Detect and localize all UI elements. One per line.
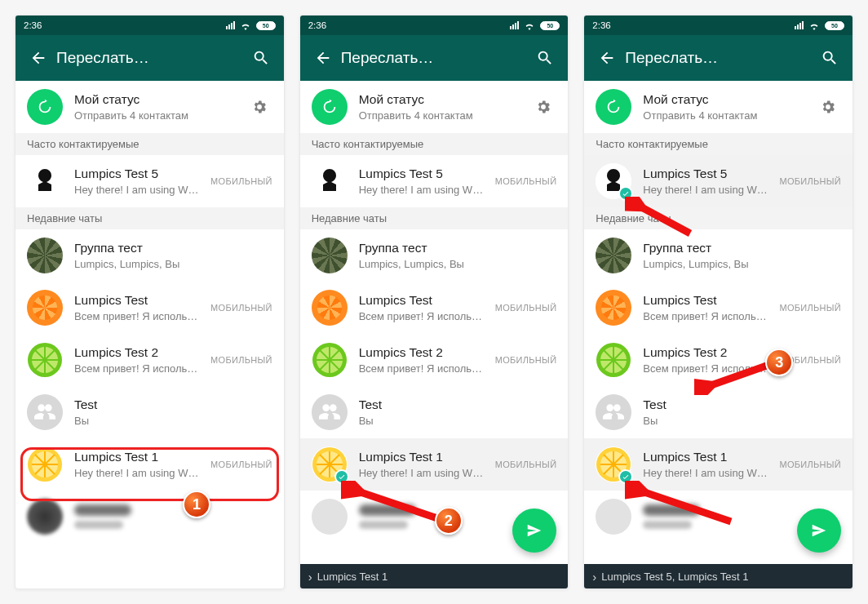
- phone-type-badge: МОБИЛЬНЫЙ: [210, 355, 272, 365]
- contact-name: Lumpics Test 5: [643, 167, 768, 182]
- phone-screenshot-3: 2:36 50 Переслать… Мой статусОтправить 4…: [583, 15, 853, 589]
- status-settings-button[interactable]: [246, 99, 272, 115]
- status-sub: Отправить 4 контактам: [74, 109, 235, 122]
- avatar: [596, 342, 631, 378]
- avatar: [312, 290, 348, 326]
- wifi-icon: [524, 21, 535, 30]
- status-title: Мой статус: [359, 92, 520, 108]
- phone-screenshot-1: 2:36 50 Переслать… Мой статус Отправить …: [15, 15, 285, 589]
- contact-row-recent-0[interactable]: Группа тестLumpics, Lumpics, Вы: [16, 229, 284, 282]
- contact-sub: Вы: [74, 415, 261, 427]
- phone-type-badge: МОБИЛЬНЫЙ: [779, 355, 841, 365]
- contact-row-recent-2[interactable]: Lumpics Test 2Всем привет! Я использую W…: [16, 334, 284, 386]
- send-fab-button[interactable]: [512, 509, 556, 553]
- contact-sub: Hey there! I am using WhatsApp.: [643, 467, 768, 479]
- avatar: [312, 342, 348, 378]
- contact-row-frequent-0[interactable]: Lumpics Test 5Hey there! I am using What…: [300, 155, 569, 207]
- contact-row-frequent-0[interactable]: Lumpics Test 5 Hey there! I am using Wha…: [16, 155, 284, 207]
- selected-names: Lumpics Test 5, Lumpics Test 1: [601, 571, 748, 583]
- contact-sub: Hey there! I am using WhatsApp.: [359, 467, 484, 479]
- battery-icon: 50: [540, 21, 560, 30]
- ghost-row: [16, 491, 284, 543]
- contact-row-frequent-0[interactable]: Lumpics Test 5Hey there! I am using What…: [584, 155, 852, 207]
- avatar: [27, 446, 63, 482]
- contact-name: Test: [643, 397, 830, 413]
- status-sub: Отправить 4 контактам: [643, 109, 804, 122]
- phone-type-badge: МОБИЛЬНЫЙ: [779, 460, 841, 469]
- avatar: [596, 238, 631, 273]
- contact-row-recent-2[interactable]: Lumpics Test 2Всем привет! Я использую W…: [300, 334, 569, 386]
- phone-type-badge: МОБИЛЬНЫЙ: [210, 176, 272, 186]
- header-title: Переслать…: [56, 49, 243, 67]
- avatar: [27, 342, 63, 378]
- contact-row-recent-0[interactable]: Группа тестLumpics, Lumpics, Вы: [584, 229, 852, 282]
- search-button[interactable]: [812, 40, 848, 76]
- avatar: [312, 394, 348, 430]
- my-status-row[interactable]: Мой статусОтправить 4 контактам: [584, 81, 852, 133]
- contact-sub: Lumpics, Lumpics, Вы: [643, 258, 830, 270]
- contact-name: Группа тест: [359, 241, 546, 256]
- avatar: [312, 446, 348, 482]
- section-recent: Недавние чаты: [300, 207, 569, 229]
- contact-name: Lumpics Test 2: [643, 345, 768, 361]
- section-frequent: Часто контактируемые: [300, 133, 569, 155]
- contact-name: Lumpics Test 2: [359, 345, 484, 361]
- contact-row-recent-1[interactable]: Lumpics TestВсем привет! Я использую Wha…: [584, 282, 852, 334]
- avatar: [596, 290, 631, 326]
- contact-sub: Hey there! I am using WhatsApp.: [74, 467, 199, 479]
- contact-row-recent-4[interactable]: Lumpics Test 1Hey there! I am using What…: [584, 438, 852, 491]
- battery-icon: 50: [256, 21, 276, 30]
- status-right: 50: [226, 21, 276, 30]
- status-icon: [27, 89, 63, 125]
- phone-type-badge: МОБИЛЬНЫЙ: [779, 176, 841, 186]
- contact-row-recent-1[interactable]: Lumpics TestВсем привет! Я использую Wha…: [16, 282, 284, 334]
- contact-sub: Hey there! I am using WhatsApp.: [359, 184, 484, 196]
- status-title: Мой статус: [74, 92, 235, 108]
- chevron-right-icon: ›: [592, 570, 596, 584]
- clock: 2:36: [308, 20, 326, 30]
- contact-name: Группа тест: [643, 241, 830, 256]
- avatar: [27, 163, 63, 199]
- contact-name: Lumpics Test: [359, 293, 484, 309]
- back-button[interactable]: [20, 40, 56, 76]
- signal-icon: [795, 21, 804, 29]
- my-status-row[interactable]: Мой статус Отправить 4 контактам: [16, 81, 284, 133]
- contact-row-recent-4[interactable]: Lumpics Test 1Hey there! I am using What…: [300, 438, 569, 491]
- forward-list: Мой статус Отправить 4 контактам Часто к…: [16, 81, 284, 588]
- contact-row-recent-3[interactable]: TestВы: [584, 386, 852, 438]
- send-fab-button[interactable]: [797, 509, 841, 553]
- contact-row-recent-0[interactable]: Группа тестLumpics, Lumpics, Вы: [300, 229, 569, 282]
- status-title: Мой статус: [643, 92, 804, 108]
- phone-type-badge: МОБИЛЬНЫЙ: [495, 460, 557, 469]
- my-status-row[interactable]: Мой статусОтправить 4 контактам: [300, 81, 569, 133]
- app-header: Переслать…: [16, 35, 284, 81]
- status-settings-button[interactable]: [815, 99, 841, 115]
- contact-row-recent-4[interactable]: Lumpics Test 1Hey there! I am using What…: [16, 438, 284, 491]
- wifi-icon: [240, 21, 251, 30]
- back-button[interactable]: [305, 40, 341, 76]
- search-button[interactable]: [527, 40, 563, 76]
- contact-sub: Всем привет! Я использую WhatsApp.: [359, 362, 484, 375]
- contact-sub: Hey there! I am using WhatsApp.: [643, 184, 768, 196]
- phone-type-badge: МОБИЛЬНЫЙ: [495, 303, 557, 313]
- search-button[interactable]: [243, 40, 279, 76]
- contact-row-recent-3[interactable]: TestВы: [16, 386, 284, 438]
- signal-icon: [510, 21, 519, 29]
- status-settings-button[interactable]: [530, 99, 556, 115]
- selected-strip: › Lumpics Test 1: [300, 564, 569, 588]
- chevron-right-icon: ›: [308, 570, 312, 584]
- contact-row-recent-3[interactable]: TestВы: [300, 386, 569, 438]
- contact-name: Lumpics Test 5: [74, 167, 199, 182]
- status-sub: Отправить 4 контактам: [359, 109, 520, 122]
- contact-sub: Hey there! I am using WhatsApp.: [74, 184, 199, 196]
- contact-name: Группа тест: [74, 241, 261, 256]
- contact-name: Lumpics Test 1: [643, 450, 768, 465]
- status-bar: 2:36 50: [584, 16, 852, 35]
- contact-name: Lumpics Test: [643, 293, 768, 309]
- phone-type-badge: МОБИЛЬНЫЙ: [210, 303, 272, 313]
- contact-sub: Вы: [643, 415, 830, 427]
- clock: 2:36: [24, 20, 42, 30]
- contact-row-recent-1[interactable]: Lumpics TestВсем привет! Я использую Wha…: [300, 282, 569, 334]
- contact-row-recent-2[interactable]: Lumpics Test 2Всем привет! Я использую W…: [584, 334, 852, 386]
- back-button[interactable]: [589, 40, 625, 76]
